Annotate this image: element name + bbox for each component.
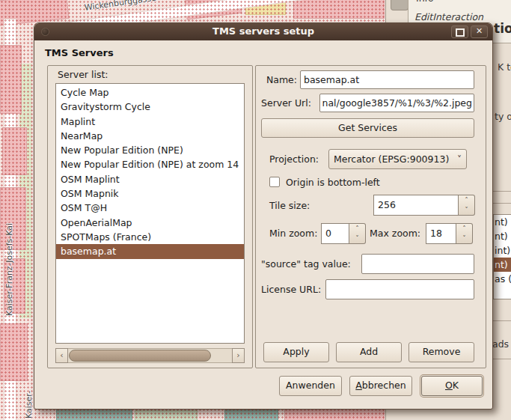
scrollbar-track[interactable] <box>68 348 232 363</box>
server-list-item[interactable]: OSM T@H <box>56 201 244 215</box>
tile-size-label: Tile size: <box>269 200 310 211</box>
close-icon: ✕ <box>476 26 483 36</box>
server-list-item[interactable]: Cycle Map <box>56 85 244 100</box>
server-list-item[interactable]: OSM Maplint <box>56 172 244 186</box>
abbrechen-button[interactable]: Abbrechen <box>349 376 412 396</box>
scroll-left-button[interactable]: ‹ <box>55 348 68 363</box>
projection-select[interactable]: Mercator (EPSG:900913) ˅ <box>328 149 467 169</box>
source-tag-label: "source" tag value: <box>261 258 351 270</box>
background-list-item[interactable]: int) <box>494 243 511 258</box>
server-list-item[interactable]: New Popular Edition (NPE) at zoom 14 <box>56 157 244 171</box>
group-title: TMS Servers <box>45 47 114 58</box>
tile-size-value[interactable]: 256 <box>373 195 459 216</box>
server-url-input[interactable] <box>319 94 474 112</box>
scroll-right-button[interactable]: › <box>232 348 245 363</box>
add-button[interactable]: Add <box>336 342 402 362</box>
server-list-item[interactable]: NearMap <box>56 129 244 143</box>
name-label: Name: <box>261 74 297 85</box>
tile-size-spinner[interactable]: 256 ˄ ˅ <box>373 195 475 216</box>
screen: Wickenburggasse Kaiser-Franz-Josefs-Kai … <box>0 0 511 420</box>
server-list-item[interactable]: Maplint <box>56 115 244 129</box>
server-list-item[interactable]: OpenAerialMap <box>56 216 244 230</box>
server-list-item[interactable]: basemap.at <box>56 244 244 258</box>
projection-value: Mercator (EPSG:900913) <box>334 153 449 165</box>
background-text-fragment: ads <box>492 338 509 350</box>
divider <box>491 203 511 204</box>
server-list-label: Server list: <box>58 69 108 80</box>
server-listbox: Cycle MapGravitystorm CycleMaplintNearMa… <box>55 83 245 344</box>
background-list-fragment: nt)nt)int)nt)as ( <box>493 214 511 299</box>
background-list-item[interactable]: as ( <box>494 272 511 286</box>
spin-down-icon[interactable]: ˅ <box>456 234 472 243</box>
server-list-item[interactable]: Gravitystorm Cycle <box>56 100 244 114</box>
dialog-titlebar[interactable]: TMS servers setup ✕ <box>34 23 492 40</box>
spin-up-icon[interactable]: ˄ <box>456 224 472 234</box>
get-services-button[interactable]: Get Services <box>261 118 474 138</box>
max-zoom-label: Max zoom: <box>370 228 420 239</box>
close-button[interactable]: ✕ <box>471 25 488 38</box>
license-url-input[interactable] <box>325 279 474 299</box>
server-list-panel: Server list: Cycle MapGravitystorm Cycle… <box>47 65 253 368</box>
spin-buttons[interactable]: ˄ ˅ <box>349 223 366 244</box>
source-tag-input[interactable] <box>361 254 474 274</box>
apply-button[interactable]: Apply <box>263 342 329 362</box>
background-editinteraction-label: EditInteraction <box>414 11 483 22</box>
projection-label: Projection: <box>269 153 319 165</box>
maximize-button[interactable] <box>451 25 468 38</box>
min-zoom-label: Min zoom: <box>269 228 317 239</box>
background-list-item[interactable]: nt) <box>494 258 511 272</box>
server-list-item[interactable]: SPOTMaps (France) <box>56 230 244 244</box>
spin-buttons[interactable]: ˄ ˅ <box>459 195 475 216</box>
background-list-item[interactable]: nt) <box>494 229 511 243</box>
origin-bottom-left-checkbox[interactable] <box>269 177 280 187</box>
background-heading-fragment: tio <box>494 21 511 36</box>
name-input[interactable] <box>300 70 474 89</box>
ok-button[interactable]: OK <box>421 376 483 396</box>
server-form-panel: Name: Server Url: Get Services Projectio… <box>255 65 486 368</box>
spin-up-icon[interactable]: ˄ <box>349 224 365 234</box>
spin-down-icon[interactable]: ˅ <box>459 205 474 215</box>
tms-servers-setup-dialog: TMS servers setup ✕ TMS Servers Server l… <box>34 22 493 410</box>
spin-buttons[interactable]: ˄ ˅ <box>456 223 473 244</box>
map-street-label: Kaiser-Franz-Josefs-Kai <box>4 223 14 316</box>
background-text-fragment: K to <box>498 61 511 73</box>
background-info-label: Info <box>416 0 434 4</box>
license-url-label: License URL: <box>261 284 321 295</box>
divider <box>491 359 511 359</box>
background-text-fragment: ty o <box>495 111 511 122</box>
divider <box>491 191 511 192</box>
background-window-tab <box>391 0 409 10</box>
spin-down-icon[interactable]: ˅ <box>349 234 365 243</box>
min-zoom-spinner[interactable]: 0 ˄ ˅ <box>321 223 366 244</box>
server-list-item[interactable]: OSM Mapnik <box>56 186 244 201</box>
maximize-icon <box>456 28 465 37</box>
anwenden-button[interactable]: Anwenden <box>279 376 342 396</box>
dialog-title: TMS servers setup <box>34 25 492 37</box>
min-zoom-value[interactable]: 0 <box>321 223 349 244</box>
chevron-down-icon: ˅ <box>457 154 462 165</box>
horizontal-scrollbar[interactable]: ‹ › <box>55 348 245 363</box>
background-list-item[interactable]: nt) <box>494 215 511 229</box>
scrollbar-thumb[interactable] <box>69 350 211 362</box>
spin-up-icon[interactable]: ˄ <box>459 195 474 205</box>
divider <box>491 320 511 321</box>
remove-button[interactable]: Remove <box>409 342 474 362</box>
server-list-item[interactable]: New Popular Edition (NPE) <box>56 143 244 157</box>
origin-bottom-left-label: Origin is bottom-left <box>286 177 380 188</box>
server-url-label: Server Url: <box>261 97 311 109</box>
map-street-label: Kaiser- <box>24 391 34 419</box>
max-zoom-value[interactable]: 18 <box>426 223 456 244</box>
max-zoom-spinner[interactable]: 18 ˄ ˅ <box>426 223 473 244</box>
